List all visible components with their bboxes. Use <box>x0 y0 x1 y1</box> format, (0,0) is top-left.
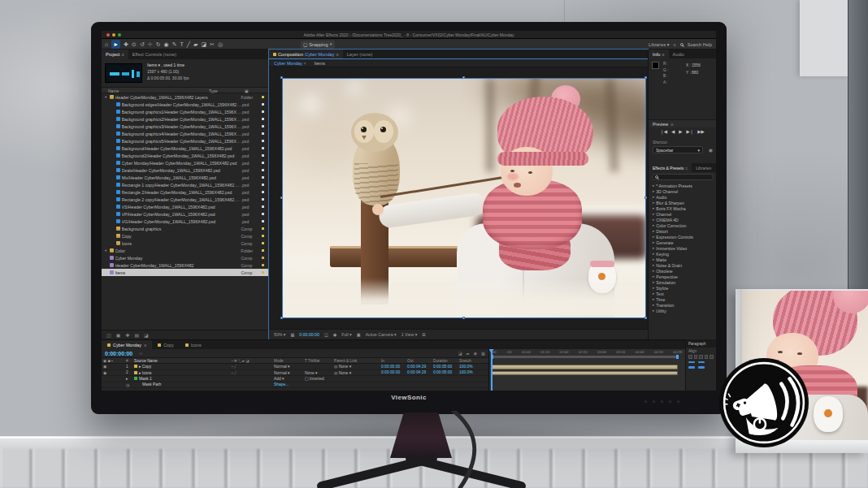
panel-menu-icon[interactable]: ≡ <box>685 166 688 171</box>
effects-category-row[interactable]: ▸Distort <box>649 228 716 234</box>
mask-row[interactable]: ▸ Mask 1 Add ▾ ▢ Inverted <box>102 376 488 382</box>
color-label-chip[interactable] <box>262 227 265 231</box>
camera-select[interactable]: Active Camera ▾ <box>366 332 397 337</box>
timeline-tab-cyber-monday[interactable]: Cyber Monday ≡ <box>102 340 152 349</box>
color-label-chip[interactable] <box>262 184 265 187</box>
color-label-chip[interactable] <box>262 162 265 165</box>
rotation-tool-icon[interactable]: ↻ <box>156 40 161 49</box>
project-item-row[interactable]: Header CyberMonday_1WALL_1596X482Comp <box>102 261 268 269</box>
clone-stamp-tool-icon[interactable]: ▰ <box>193 40 197 49</box>
frame-blend-icon[interactable]: ▰ <box>467 351 470 356</box>
grid-guides-icon[interactable]: ▦ <box>290 332 294 337</box>
effects-category-row[interactable]: ▸Simulation <box>649 279 716 285</box>
playhead[interactable] <box>491 349 493 391</box>
preview-settings-icon[interactable]: ◉ <box>709 147 713 153</box>
project-item-row[interactable]: VP/Header CyberMonday_1WALL_1596X482.psd… <box>102 210 268 218</box>
color-label-chip[interactable] <box>262 103 265 106</box>
pixel-aspect-icon[interactable]: ⊞ <box>422 332 425 337</box>
color-label-chip[interactable] <box>262 249 265 253</box>
project-item-row[interactable]: Background/Header CyberMonday_1WALL_1596… <box>102 145 268 152</box>
effects-category-row[interactable]: ▸Keying <box>649 251 716 257</box>
layer-switches[interactable]: ▪ ╱ <box>230 370 272 375</box>
tab-composition[interactable]: Composition Cyber Monday ≡ <box>269 50 343 58</box>
in-value[interactable]: 0:00:00:00 <box>380 370 406 374</box>
color-label-chip[interactable] <box>262 271 265 274</box>
color-label-chip[interactable] <box>262 191 265 194</box>
next-frame-button[interactable]: ▶❘ <box>687 129 694 134</box>
tab-effect-controls[interactable]: Effect Controls (none) <box>128 50 180 59</box>
effects-search-input[interactable] <box>652 174 714 180</box>
project-item-row[interactable]: Mix/Header CyberMonday_1WALL_1596X482.ps… <box>102 174 268 181</box>
current-time-display[interactable]: 0:00:00:00 <box>299 332 319 337</box>
selection-handle[interactable] <box>462 76 465 79</box>
effects-category-row[interactable]: ▸CINEMA 4D <box>649 217 716 222</box>
composition-viewer[interactable] <box>269 67 648 329</box>
snapshot-icon[interactable]: ◫ <box>324 332 328 337</box>
type-tool-icon[interactable]: T <box>180 40 184 49</box>
mask-path-value[interactable]: Shape... <box>272 382 303 387</box>
color-label-chip[interactable] <box>262 257 265 260</box>
align-center-h-icon[interactable] <box>694 355 698 359</box>
timeline-tab-copy[interactable]: Copy <box>152 340 180 349</box>
zoom-tool-icon[interactable]: ⊙ <box>132 40 137 49</box>
effects-category-row[interactable]: ▸Time <box>649 296 716 302</box>
out-value[interactable]: 0:00:04:29 <box>406 370 432 374</box>
monitor-buttons[interactable] <box>644 400 679 403</box>
project-item-row[interactable]: Background graphicsComp <box>102 225 268 232</box>
project-item-row[interactable]: CopyComp <box>102 232 268 240</box>
align-left-icon[interactable] <box>688 355 692 359</box>
draft-3d-icon[interactable]: ◪ <box>458 351 462 356</box>
layer-visibility-icon[interactable]: ◉ <box>102 370 124 375</box>
effects-category-row[interactable]: ▸Noise & Grain <box>649 262 716 268</box>
project-item-row[interactable]: Rectangle 2/Header CyberMonday_1WALL_159… <box>102 188 268 196</box>
tab-project[interactable]: Project ≡ <box>102 50 128 59</box>
tab-layer[interactable]: Layer (none) <box>343 50 377 58</box>
effects-category-row[interactable]: ▸Obsolete <box>649 268 716 274</box>
mask-path-row[interactable]: ◷ Mask Path Shape... <box>102 382 488 389</box>
color-label-chip[interactable] <box>262 169 265 172</box>
mask-mode-select[interactable]: Add ▾ <box>272 376 303 381</box>
color-label-chip[interactable] <box>262 140 265 143</box>
timeline-layer-row[interactable]: ◉1▸ Copy▪ ╱Normal ▾◎ None ▾0:00:00:000:0… <box>102 364 488 370</box>
tab-paragraph[interactable]: Paragraph <box>686 339 716 348</box>
project-item-row[interactable]: Background graphics4/Header CyberMonday_… <box>102 130 268 137</box>
selection-handle[interactable] <box>644 196 647 199</box>
selection-handle[interactable] <box>280 76 283 79</box>
project-footer-icon[interactable]: ◪ <box>144 332 149 338</box>
work-area-bar[interactable] <box>491 356 679 358</box>
color-label-chip[interactable] <box>262 118 265 121</box>
effects-category-row[interactable]: ▸Perspective <box>649 274 716 279</box>
tab-effects-presets[interactable]: Effects & Presets ≡ <box>649 163 692 172</box>
project-item-row[interactable]: Cyber MondayComp <box>102 254 268 261</box>
project-item-row[interactable]: VG/Header CyberMonday_1WALL_1596X482.psd… <box>102 218 268 225</box>
color-label-chip[interactable] <box>262 235 265 238</box>
eraser-tool-icon[interactable]: ◪ <box>201 40 206 49</box>
effects-category-row[interactable]: ▸Blur & Sharpen <box>649 200 716 205</box>
motion-blur-icon[interactable]: ◉ <box>474 351 478 356</box>
selection-handle[interactable] <box>644 317 647 319</box>
effects-category-row[interactable]: ▸Channel <box>649 211 716 217</box>
layer-source-name[interactable]: ▸ Copy <box>132 364 230 369</box>
effects-category-row[interactable]: ▸Stylize <box>649 285 716 291</box>
tab-libraries[interactable]: Libraries <box>692 163 715 172</box>
align-bottom-icon[interactable] <box>710 355 714 359</box>
comp-mini-flowchart-icon[interactable]: ⊹ <box>139 351 142 356</box>
color-label-chip[interactable] <box>262 110 265 114</box>
color-label-chip[interactable] <box>262 242 265 245</box>
stretch-value[interactable]: 100.0% <box>458 365 484 369</box>
project-item-row[interactable]: Background graphics2/Header CyberMonday_… <box>102 115 268 123</box>
effects-category-row[interactable]: ▸Boris FX Mocha <box>649 205 716 211</box>
close-icon[interactable]: × <box>304 61 306 66</box>
in-value[interactable]: 0:00:00:00 <box>380 365 406 369</box>
snapping-toggle[interactable]: ▢ Snapping ⌖ <box>301 41 335 49</box>
pan-camera-tool-icon[interactable]: ⊹ <box>148 40 153 49</box>
layer-switches[interactable]: ▪ ╱ <box>230 364 272 369</box>
project-item-row[interactable]: Rectangle 1 copy/Header CyberMonday_1WAL… <box>102 181 268 188</box>
color-label-chip[interactable] <box>262 154 265 158</box>
effects-category-row[interactable]: ▸3D Channel <box>649 188 716 194</box>
effects-category-row[interactable]: ▸Color Correction <box>649 222 716 228</box>
project-item-row[interactable]: Rectangle 2 copy/Header CyberMonday_1WAL… <box>102 196 268 203</box>
duration-value[interactable]: 0:00:05:00 <box>432 370 458 374</box>
panel-menu-icon[interactable]: ≡ <box>336 52 338 57</box>
timeline-column-header[interactable]: ◉ ◆ ▪ # Source Name ▪ ✚ ╲ ▰ ◪ Mode T Trk… <box>102 357 488 364</box>
